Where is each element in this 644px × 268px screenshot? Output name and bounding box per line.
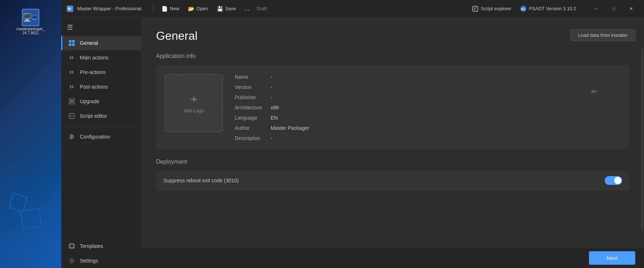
save-label: Save [225, 6, 236, 11]
svg-rect-20 [69, 40, 71, 43]
sidebar-item-main-actions[interactable]: Main actions [61, 50, 141, 65]
maximize-button[interactable]: □ [605, 3, 622, 15]
page-footer: Next [141, 248, 644, 268]
publisher-value: - [271, 94, 597, 100]
svg-rect-6 [35, 16, 36, 16]
app-info-card: + Add Logo Name - Version - Publisher - … [156, 65, 629, 150]
edit-button[interactable]: ✏ [590, 86, 599, 97]
psadt-icon: PS [520, 5, 527, 12]
templates-icon [68, 242, 75, 250]
page-scrollbar[interactable] [641, 47, 643, 229]
titlebar-title: Master Wrapper - Professional [77, 6, 141, 11]
script-explorer-label: Script explorer [481, 6, 511, 11]
sidebar-item-script-editor-label: Script editor [80, 113, 107, 119]
suppress-reboot-label: Suppress reboot exit code (3010) [163, 178, 605, 183]
configuration-icon [68, 133, 75, 140]
more-options-button[interactable]: ... [241, 3, 253, 14]
name-label: Name [235, 74, 262, 80]
svg-rect-22 [69, 43, 71, 46]
version-value: - [271, 84, 597, 90]
version-label: Version [235, 84, 262, 90]
suppress-reboot-toggle[interactable] [605, 176, 622, 185]
svg-rect-8 [9, 194, 27, 211]
open-label: Open [196, 6, 208, 11]
new-button[interactable]: 📄 New [158, 3, 183, 15]
main-actions-icon [68, 54, 75, 61]
script-explorer-button[interactable]: Script explorer [469, 4, 514, 13]
new-label: New [170, 6, 179, 11]
script-editor-icon [68, 112, 75, 120]
sidebar-item-general[interactable]: General [61, 36, 141, 50]
titlebar-right: Script explorer PS PSADT Version 3.10.2 … [469, 3, 640, 15]
svg-rect-2 [33, 19, 36, 20]
language-value: EN [271, 115, 597, 121]
svg-rect-21 [72, 40, 75, 43]
upgrade-icon [68, 98, 75, 105]
svg-point-37 [70, 137, 71, 139]
sidebar-item-templates[interactable]: Templates [61, 239, 141, 253]
svg-point-40 [71, 260, 73, 262]
next-button[interactable]: Next [589, 251, 635, 265]
svg-rect-27 [69, 113, 74, 119]
sidebar-item-main-actions-label: Main actions [80, 55, 109, 61]
main-content: ☰ General [61, 18, 644, 268]
logo-label: Add Logo [184, 108, 204, 113]
app-info-section-title: Application info [156, 53, 629, 59]
post-actions-icon [68, 83, 75, 90]
sidebar-item-pre-actions-label: Pre-actions [80, 69, 106, 75]
minimize-button[interactable]: ─ [588, 3, 605, 15]
titlebar-actions: 📄 New 📂 Open 💾 Save ... Draft [158, 3, 267, 15]
sidebar-item-templates-label: Templates [80, 243, 103, 249]
psadt-version-label: PSADT Version 3.10.2 [529, 6, 576, 11]
author-label: Author [235, 125, 262, 131]
desktop-icon-label: masterpackager_24.7.9021 [16, 27, 45, 35]
sidebar-item-upgrade[interactable]: Upgrade [61, 94, 141, 109]
sidebar-item-pre-actions[interactable]: Pre-actions [61, 65, 141, 79]
open-button[interactable]: 📂 Open [184, 3, 212, 15]
psadt-version-info: PS PSADT Version 3.10.2 [520, 5, 576, 12]
deployment-section-title: Deployment [156, 159, 629, 165]
svg-rect-3 [33, 20, 37, 20]
general-icon [68, 39, 75, 47]
save-icon: 💾 [217, 6, 223, 12]
desktop-icon-masterpackager[interactable]: masterpackager_24.7.9021 [15, 7, 47, 36]
sidebar-item-configuration[interactable]: Configuration [61, 129, 141, 144]
geo-decoration [4, 173, 55, 246]
sidebar-item-configuration-label: Configuration [80, 134, 110, 140]
new-icon: 📄 [161, 6, 168, 12]
open-icon: 📂 [188, 6, 194, 12]
page-title: General [156, 29, 629, 43]
svg-rect-23 [72, 43, 75, 46]
app-logo: M [66, 4, 74, 13]
script-explorer-icon [472, 5, 479, 12]
sidebar-divider [61, 126, 141, 127]
publisher-label: Publisher [235, 94, 262, 100]
titlebar: M Master Wrapper - Professional 📄 New 📂 … [61, 0, 644, 18]
add-logo-button[interactable]: + Add Logo [165, 74, 223, 132]
desktop-icon-image [22, 9, 39, 26]
close-button[interactable]: ✕ [623, 3, 640, 15]
svg-line-10 [15, 202, 33, 224]
save-button[interactable]: 💾 Save [213, 3, 240, 15]
sidebar-item-script-editor[interactable]: Script editor [61, 109, 141, 123]
logo-plus-icon: + [191, 93, 198, 105]
app-window: M Master Wrapper - Professional 📄 New 📂 … [61, 0, 644, 268]
svg-point-36 [72, 136, 73, 137]
draft-label: Draft [257, 6, 267, 11]
svg-rect-7 [35, 16, 36, 17]
svg-text:PS: PS [521, 8, 525, 11]
architecture-label: Architecture [235, 105, 262, 110]
sidebar-item-settings[interactable]: Settings [61, 253, 141, 268]
sidebar-item-general-label: General [80, 40, 98, 46]
load-data-button[interactable]: Load data from installer [570, 29, 635, 41]
hamburger-button[interactable]: ☰ [61, 20, 141, 34]
sidebar-item-post-actions-label: Post-actions [80, 84, 108, 90]
sidebar-item-post-actions[interactable]: Post-actions [61, 79, 141, 94]
svg-rect-25 [69, 102, 74, 104]
app-info-fields: Name - Version - Publisher - Architectur… [235, 74, 597, 141]
pre-actions-icon [68, 69, 75, 76]
svg-rect-5 [33, 16, 34, 17]
author-value: Master Packager [271, 125, 597, 131]
architecture-value: x86 [271, 105, 597, 110]
titlebar-separator [153, 4, 153, 13]
